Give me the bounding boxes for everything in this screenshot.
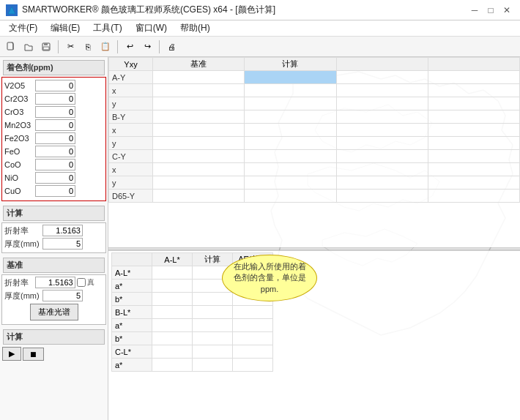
cell-cy-e4 [428, 150, 519, 163]
bottom-row-a-b: b* [112, 293, 152, 306]
cell-by-e3 [336, 137, 428, 150]
maximize-button[interactable]: □ [483, 4, 498, 17]
svg-rect-3 [44, 43, 48, 45]
colorant-input-feo[interactable] [35, 146, 75, 157]
colorant-row-mn2o3: Mn2O3 [4, 119, 103, 131]
cell-a-y-e4 [428, 71, 519, 84]
cell-e3b [336, 97, 428, 110]
colorant-label-cr2o3: Cr2O3 [4, 94, 35, 103]
colorant-label-v2o5: V2O5 [4, 81, 35, 90]
calc-refraction-input[interactable] [42, 225, 83, 236]
undo-button[interactable]: ↩ [122, 39, 138, 55]
menu-bar: 文件(F) 编辑(E) 工具(T) 窗口(W) 帮助(H) [0, 20, 520, 37]
calc-run-button[interactable]: ▶ [2, 347, 21, 361]
menu-window[interactable]: 窗口(W) [130, 20, 173, 36]
bottom-row-a-a: a* [112, 280, 152, 293]
bottom-cell-ab-base [152, 293, 193, 306]
table-row: x [109, 84, 520, 97]
colorant-input-cro3[interactable] [35, 106, 75, 118]
right-panel: Yxy 基准 计算 A-Y [108, 57, 520, 420]
base-refraction-input[interactable] [35, 277, 75, 288]
table-row: B-L* [112, 306, 273, 319]
base-refraction-row: 折射率 真 [4, 277, 103, 288]
table-row: C-Y [109, 150, 520, 163]
colorant-input-cuo[interactable] [35, 185, 75, 197]
calc-thickness-input[interactable] [42, 238, 83, 250]
redo-button[interactable]: ↪ [139, 39, 155, 55]
bottom-cell-ba-calc [193, 319, 233, 332]
colorant-row-cro3: CrO3 [4, 106, 103, 118]
calc-refraction-row: 折射率 [4, 225, 103, 236]
cell-cyy-e3 [336, 176, 428, 190]
row-label-a-y: A-Y [109, 71, 153, 84]
bottom-cell-ba-base [152, 319, 193, 332]
colorant-input-mn2o3[interactable] [35, 119, 75, 131]
cell-cy-e3 [336, 150, 428, 163]
cell-b-yy-base [153, 137, 245, 150]
colorant-label-nio: NiO [4, 173, 35, 182]
base-true-checkbox[interactable] [77, 278, 86, 287]
cell-d65-e3 [336, 190, 428, 203]
base-thickness-row: 厚度(mm) [4, 290, 103, 301]
cell-d65-e4 [428, 190, 519, 203]
colorant-row-nio: NiO [4, 172, 103, 184]
tooltip-text: 在此输入所使用的着色剂的含量，单位是ppm. [234, 262, 306, 293]
colorant-input-fe2o3[interactable] [35, 132, 75, 144]
open-button[interactable] [21, 39, 37, 55]
row-label-b-yy: y [109, 137, 153, 150]
menu-file[interactable]: 文件(F) [3, 20, 43, 36]
new-button[interactable] [3, 39, 19, 55]
menu-tools[interactable]: 工具(T) [87, 20, 127, 36]
colorant-row-cr2o3: Cr2O3 [4, 93, 103, 105]
menu-edit[interactable]: 编辑(E) [45, 20, 86, 36]
colorant-input-nio[interactable] [35, 172, 75, 184]
base-true-label: 真 [87, 277, 103, 288]
menu-help[interactable]: 帮助(H) [174, 20, 216, 36]
colorant-input-v2o5[interactable] [35, 80, 75, 91]
bottom-cell-ca-delta [233, 359, 273, 372]
bottom-col-base: A-L* [152, 253, 193, 266]
bottom-cell-bl-delta [233, 306, 273, 319]
window-controls: ─ □ ✕ [467, 4, 514, 17]
bottom-row-c-l: C-L* [112, 345, 152, 359]
close-button[interactable]: ✕ [499, 4, 514, 17]
bottom-row-a-l: A-L* [112, 266, 152, 280]
spectra-button[interactable]: 基准光谱 [30, 304, 78, 320]
cell-e4 [428, 84, 519, 97]
colorant-section: V2O5 Cr2O3 CrO3 Mn2O3 Fe2O3 FeO [1, 77, 106, 201]
colorant-label-cuo: CuO [4, 187, 35, 195]
title-bar: SMARTWORKER® 颜色玻璃工程师系统(CGES) x64 - [颜色计算… [0, 0, 520, 20]
table-row: D65-Y [109, 190, 520, 203]
cell-a-yy-calc [245, 97, 336, 110]
colorant-input-coo[interactable] [35, 159, 75, 170]
cell-by-e4 [428, 137, 519, 150]
copy-button[interactable]: ⎘ [80, 39, 96, 55]
bottom-cell-ab-calc [193, 293, 233, 306]
colorant-input-cr2o3[interactable] [35, 93, 75, 105]
main-area: 着色剂(ppm) V2O5 Cr2O3 CrO3 Mn2O3 Fe2O3 [0, 57, 520, 420]
minimize-button[interactable]: ─ [467, 4, 482, 17]
print-button[interactable]: 🖨 [163, 39, 179, 55]
bottom-row-b-b: b* [112, 332, 152, 345]
bottom-cell-bb-delta [233, 332, 273, 345]
cell-a-x-calc [245, 84, 336, 97]
base-section: 折射率 真 厚度(mm) 基准光谱 [1, 274, 106, 325]
calc-section: 折射率 厚度(mm) [1, 222, 106, 253]
cell-b-y-base [153, 110, 245, 124]
calc-stop-button[interactable]: ⏹ [23, 348, 44, 361]
cut-button[interactable]: ✂ [62, 39, 78, 55]
bottom-col-label [112, 253, 152, 266]
save-button[interactable] [38, 39, 54, 55]
row-label-c-x: x [109, 163, 153, 176]
colorant-label-feo: FeO [4, 147, 35, 156]
cell-c-yy-calc [245, 176, 336, 190]
calc-refraction-label: 折射率 [4, 225, 41, 236]
bottom-cell-bl-base [152, 306, 193, 319]
bottom-col-calc: 计算 [193, 253, 233, 266]
cell-b-x-base [153, 124, 245, 137]
bottom-cell-ca-base [152, 359, 193, 372]
base-thickness-input[interactable] [42, 290, 83, 301]
cell-c-x-base [153, 163, 245, 176]
paste-button[interactable]: 📋 [97, 39, 114, 55]
colorant-row-v2o5: V2O5 [4, 80, 103, 91]
